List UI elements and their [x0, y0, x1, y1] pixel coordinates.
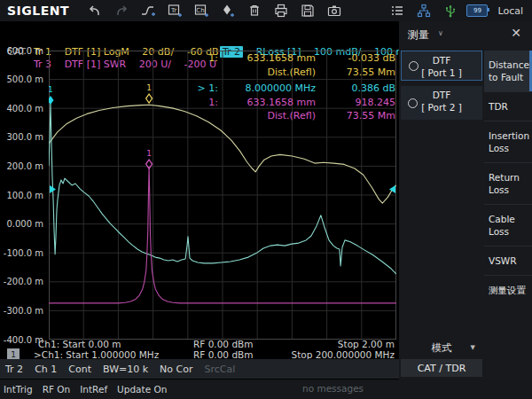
- delete-icon[interactable]: [243, 3, 266, 19]
- marker-label: 1: [146, 83, 152, 92]
- status-bar: Tr 2Ch 1ContBW=10 kNo CorSrcCal: [0, 359, 399, 379]
- toolbar: SIGLENT Tr Ch: [0, 0, 532, 21]
- y-axis-labels: 600.0 m500.0 m400.0 m300.0 m200.0 m100.0…: [0, 51, 43, 340]
- y-tick-label: 0.000 m: [6, 219, 43, 229]
- y-tick-label: 500.0 m: [6, 74, 43, 84]
- add-marker-icon[interactable]: [216, 3, 239, 19]
- stimulus-row-dtf: Ch1: Start 0.00 m RF 0.00 dBm Stop 2.00 …: [0, 339, 399, 349]
- menu-item-测量设置[interactable]: 测量设置: [484, 275, 532, 304]
- marker-diamond: [146, 94, 153, 103]
- cat-tdr-button[interactable]: CAT / TDR: [401, 359, 482, 377]
- close-icon[interactable]: ✕: [511, 26, 521, 40]
- undo-icon[interactable]: [83, 3, 106, 19]
- measure-menu: Distance to FaultTDRInsertion LossReturn…: [484, 51, 532, 304]
- sidebar-header: 测量 ∨ ✕: [399, 21, 532, 48]
- y-tick-label: -200.0 m: [4, 277, 43, 286]
- menu-item-cable-loss[interactable]: Cable Loss: [484, 204, 532, 246]
- measure-menu-title[interactable]: 测量: [408, 27, 429, 43]
- start-distance: Ch1: Start 0.00 m: [38, 339, 121, 349]
- radio-icon[interactable]: [408, 98, 418, 108]
- y-tick-label: 200.0 m: [6, 161, 43, 171]
- siglent-logo: SIGLENT: [7, 4, 69, 18]
- system-status-intref: IntRef: [80, 384, 107, 395]
- print-icon[interactable]: [270, 3, 293, 19]
- marker-readout-row: Dist.(Refl)73.55 Mm: [186, 109, 395, 123]
- toolbar-right-group: 99 Local: [384, 3, 532, 19]
- menu-item-tdr[interactable]: TDR: [484, 91, 532, 121]
- stop-distance: Stop 2.00 m: [338, 339, 395, 349]
- battery-level: 99: [466, 4, 488, 17]
- menu-item-insertion-loss[interactable]: Insertion Loss: [484, 121, 532, 162]
- screenshot-icon[interactable]: [323, 3, 346, 19]
- add-trace-icon[interactable]: Tr: [163, 3, 186, 19]
- plot-region: CAT Tr 1 DTF [1] LogM 20 dB/ -60 dB Tr 2…: [0, 21, 399, 359]
- y-tick-label: 400.0 m: [6, 104, 43, 113]
- usb-icon[interactable]: [439, 3, 462, 19]
- marker-readout-row: Dist.(Refl)73.55 Mm: [186, 66, 395, 80]
- y-tick-label: -100.0 m: [4, 248, 43, 258]
- measure-sidebar: 测量 ∨ ✕ DTF[ Port 1 ]DTF[ Port 2 ] Distan…: [399, 21, 532, 379]
- marker-readout-row: 1:633.1658 mm-0.033 dB: [186, 51, 395, 66]
- y-tick-label: 100.0 m: [6, 191, 43, 200]
- system-status-update-on: Update On: [117, 384, 167, 395]
- menu-item-vswr[interactable]: VSWR: [484, 246, 532, 275]
- local-control-label[interactable]: Local: [497, 5, 523, 17]
- marker-readout-row: > 1:8.000000 MHz0.386 dB: [186, 82, 395, 96]
- marker-label: 1: [146, 149, 152, 158]
- status-item-srccal[interactable]: SrcCal: [205, 364, 236, 375]
- battery-icon[interactable]: 99: [466, 3, 489, 19]
- status-item-no-cor[interactable]: No Cor: [160, 364, 192, 375]
- vna-screen: SIGLENT Tr Ch: [0, 0, 532, 399]
- marker-readout: 1:633.1658 mm-0.033 dBDist.(Refl)73.55 M…: [186, 51, 395, 123]
- mode-selector[interactable]: 模式 ▼: [401, 341, 482, 355]
- mode-label: 模式: [432, 341, 452, 354]
- save-icon[interactable]: [296, 3, 319, 19]
- ch-glyph: Ch: [196, 7, 204, 14]
- y-tick-label: 600.0 m: [6, 46, 43, 56]
- message-text: no messages: [302, 383, 364, 394]
- system-status-inttrig: IntTrig: [4, 384, 33, 395]
- menu-icon[interactable]: [386, 3, 409, 19]
- message-bar: IntTrigRF OnIntRefUpdate Onno messages: [0, 379, 532, 399]
- rf-power: RF 0.00 dBm: [193, 339, 254, 349]
- status-item-tr-2[interactable]: Tr 2: [5, 364, 23, 375]
- tr-glyph: Tr: [170, 7, 176, 14]
- marker-label: 1: [49, 85, 53, 94]
- menu-item-distance-to-fault[interactable]: Distance to Fault: [484, 51, 532, 91]
- y-tick-label: -300.0 m: [4, 306, 43, 316]
- dropdown-arrow-icon: ▼: [471, 344, 475, 351]
- status-item-ch-1[interactable]: Ch 1: [35, 364, 57, 375]
- marker-readout-row: 1:633.1658 mm918.245: [186, 96, 395, 110]
- radio-icon[interactable]: [409, 61, 419, 71]
- status-item-bw-10-k[interactable]: BW=10 k: [103, 364, 148, 375]
- lan-icon[interactable]: [412, 3, 435, 19]
- system-status-rf-on: RF On: [43, 384, 71, 395]
- y-tick-label: 300.0 m: [6, 132, 43, 142]
- ref-level-indicator-right: [389, 185, 395, 193]
- add-curve-icon[interactable]: [137, 3, 160, 19]
- status-item-cont[interactable]: Cont: [68, 364, 91, 375]
- menu-item-return-loss[interactable]: Return Loss: [484, 162, 532, 204]
- chevron-down-icon: ∨: [438, 29, 443, 37]
- add-channel-icon[interactable]: Ch: [190, 3, 213, 19]
- port-option-2[interactable]: DTF[ Port 2 ]: [401, 86, 482, 120]
- port-option-1[interactable]: DTF[ Port 1 ]: [401, 51, 482, 81]
- redo-icon[interactable]: [110, 3, 133, 19]
